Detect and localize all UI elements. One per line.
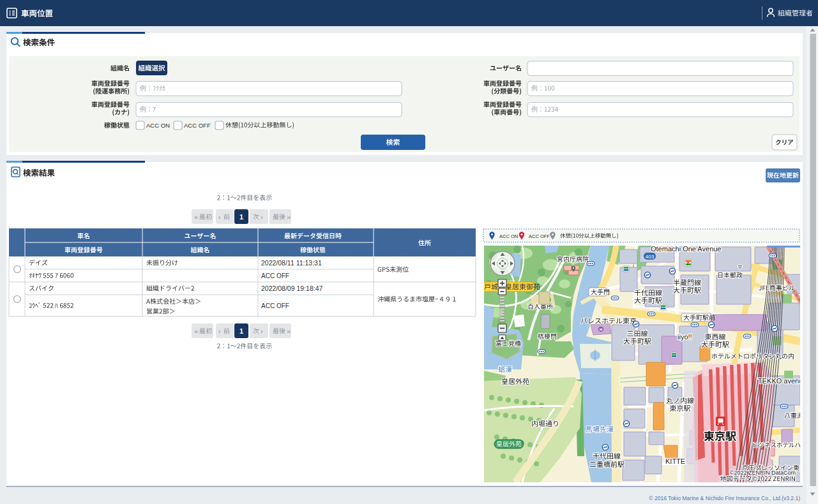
svg-text:KITTE: KITTE [665, 457, 685, 465]
svg-text:»: » [287, 213, 291, 221]
svg-text:©2022 ZENRIN DataCom: ©2022 ZENRIN DataCom [730, 470, 796, 476]
svg-text:‹: ‹ [218, 213, 221, 221]
svg-text:›: › [261, 213, 263, 221]
svg-text:2022/08/11 11:13:31: 2022/08/11 11:13:31 [261, 259, 322, 267]
svg-text:TEKKO avenue: TEKKO avenue [758, 377, 807, 385]
svg-text:ACC OFF: ACC OFF [184, 122, 211, 129]
svg-text:ACC ON: ACC ON [499, 233, 518, 239]
svg-text:«: « [194, 327, 198, 335]
svg-text:iiyo!!: iiyo!! [678, 333, 692, 341]
svg-text:© 2016 Tokio Marine & Nichido: © 2016 Tokio Marine & Nichido Fire Insur… [649, 495, 800, 501]
svg-text:2022/08/09 19:18:47: 2022/08/09 19:18:47 [261, 285, 323, 292]
svg-text:ACC ON: ACC ON [146, 122, 170, 129]
svg-text:‹: ‹ [218, 327, 221, 335]
svg-text:ACC OFF: ACC OFF [261, 302, 289, 309]
svg-text:ACC OFF: ACC OFF [529, 233, 550, 239]
svg-text:1: 1 [239, 213, 243, 221]
svg-text:›: › [261, 327, 263, 335]
svg-text:1: 1 [239, 327, 243, 335]
svg-text:H: H [600, 327, 603, 332]
svg-text:«: « [194, 213, 198, 221]
svg-text:403: 403 [646, 254, 655, 260]
svg-text:»: » [287, 327, 291, 335]
svg-text:ACC OFF: ACC OFF [261, 272, 289, 279]
svg-text:Otemachi One Avenue: Otemachi One Avenue [651, 245, 721, 253]
